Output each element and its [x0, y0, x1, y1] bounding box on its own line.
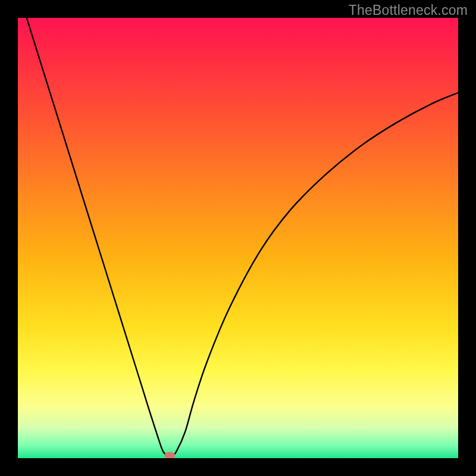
gradient-background: [18, 18, 458, 458]
watermark-text: TheBottleneck.com: [349, 2, 468, 18]
chart-svg: [18, 18, 458, 458]
plot-area: [18, 18, 458, 458]
chart-frame: TheBottleneck.com: [0, 0, 476, 476]
